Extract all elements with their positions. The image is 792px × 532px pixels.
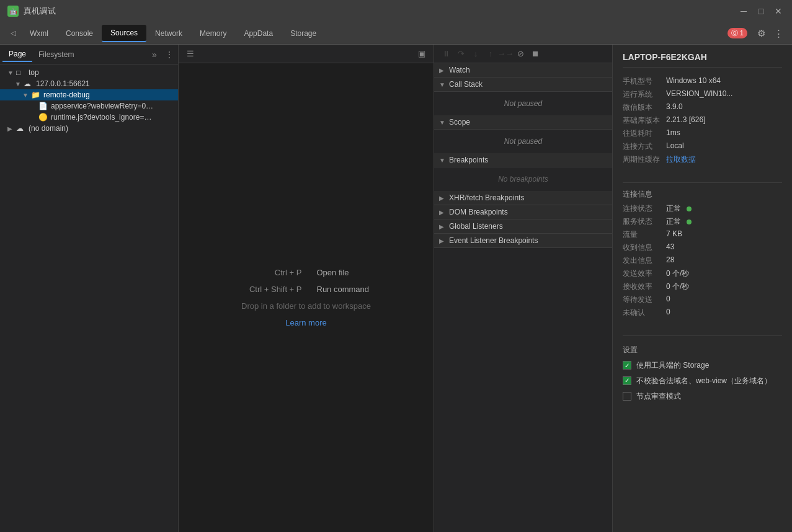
- tree-item-remote-debug[interactable]: ▼ 📁 remote-debug: [0, 89, 178, 100]
- breakpoints-header[interactable]: ▼ Breakpoints: [434, 153, 612, 167]
- label-sent: 发出信息: [623, 255, 666, 266]
- tab-network[interactable]: Network: [146, 25, 191, 42]
- toggle-sidebar-button[interactable]: ☰: [184, 47, 197, 61]
- checkbox-use-storage[interactable]: ✓: [623, 361, 631, 370]
- scope-content: Not paused: [434, 130, 612, 153]
- tab-console[interactable]: Console: [57, 25, 102, 42]
- dom-arrow: ▶: [439, 209, 445, 216]
- breakpoints-empty: No breakpoints: [434, 171, 612, 187]
- info-row-device: 手机型号 Windows 10 x64: [623, 76, 782, 87]
- call-stack-header[interactable]: ▼ Call Stack: [434, 78, 612, 92]
- tab-page[interactable]: Page: [2, 47, 32, 62]
- step-button[interactable]: →→: [499, 47, 512, 61]
- minimize-button[interactable]: ─: [737, 5, 750, 17]
- editor-content: Ctrl + P Open file Ctrl + Shift + P Run …: [179, 63, 434, 532]
- shortcut-action-2: Run command: [317, 285, 391, 294]
- panel-chevron-more[interactable]: »: [148, 48, 161, 61]
- tree-label-127: 127.0.0.1:56621: [36, 79, 90, 88]
- shortcut-action-1: Open file: [317, 268, 391, 277]
- label-send-rate: 发送效率: [623, 268, 666, 279]
- shortcut-key-1: Ctrl + P: [221, 268, 302, 277]
- tree-arrow-remote-debug: ▼: [22, 92, 31, 99]
- label-use-storage: 使用工具端的 Storage: [636, 360, 709, 371]
- tree-item-nodomain[interactable]: ▶ ☁ (no domain): [0, 123, 178, 134]
- step-out-button[interactable]: ↑: [484, 47, 497, 61]
- info-row-cache: 周期性缓存 拉取数据: [623, 154, 782, 165]
- tab-sources[interactable]: Sources: [102, 25, 146, 42]
- watch-section-header[interactable]: ▶ Watch: [434, 63, 612, 78]
- label-traffic: 流量: [623, 229, 666, 240]
- left-panel: Page Filesystem » ⋮ ▼ □ top ▼ ☁ 127.0.0.…: [0, 45, 179, 532]
- toggle-debugger-button[interactable]: ▣: [415, 47, 429, 61]
- tree-item-appservice[interactable]: 📄 appservice?webviewRetry=0…: [0, 100, 178, 112]
- tree-label-nodomain: (no domain): [29, 124, 68, 133]
- more-options-button[interactable]: ⋮: [770, 25, 787, 42]
- deactivate-breakpoints-button[interactable]: ⊘: [514, 47, 527, 61]
- info-row-service-status: 服务状态 正常: [623, 216, 782, 227]
- tree-item-top[interactable]: ▼ □ top: [0, 67, 178, 78]
- tree-arrow-top: ▼: [7, 69, 16, 76]
- checkmark-no-domain-check: ✓: [625, 377, 630, 384]
- editor-toolbar-right: ▣: [415, 47, 429, 61]
- label-response: 往返耗时: [623, 128, 666, 139]
- checkbox-no-domain-check[interactable]: ✓: [623, 376, 631, 385]
- breakpoints-arrow: ▼: [439, 157, 445, 164]
- drop-text: Drop in a folder to add to workspace: [241, 301, 371, 311]
- scope-header[interactable]: ▼ Scope: [434, 115, 612, 130]
- label-received: 收到信息: [623, 242, 666, 253]
- tree-item-runtime[interactable]: 🟡 runtime.js?devtools_ignore=…: [0, 112, 178, 123]
- call-stack-content: Not paused: [434, 92, 612, 115]
- global-listeners-header[interactable]: ▶ Global Listeners: [434, 219, 612, 234]
- watch-title: Watch: [449, 66, 470, 74]
- close-button[interactable]: ✕: [772, 5, 785, 17]
- titlebar: 🤖 真机调试 ─ □ ✕: [0, 0, 792, 22]
- tab-storage[interactable]: Storage: [282, 25, 325, 42]
- tab-memory[interactable]: Memory: [191, 25, 235, 42]
- nav-back-button[interactable]: ◁: [5, 25, 21, 42]
- label-os: 运行系统: [623, 89, 666, 100]
- value-send-rate: 0 个/秒: [666, 268, 782, 279]
- tab-wxml[interactable]: Wxml: [21, 25, 57, 42]
- info-row-receive-rate: 接收效率 0 个/秒: [623, 282, 782, 292]
- shortcut-row-2: Ctrl + Shift + P Run command: [221, 285, 391, 294]
- info-panel: LAPTOP-F6E2KGAH 手机型号 Windows 10 x64 运行系统…: [612, 45, 792, 532]
- tree-label-appservice: appservice?webviewRetry=0…: [51, 102, 153, 110]
- settings-button[interactable]: ⚙: [752, 25, 770, 42]
- label-node-inspect: 节点审查模式: [636, 391, 681, 402]
- panel-more-button[interactable]: ⋮: [163, 48, 176, 61]
- event-listeners-header[interactable]: ▶ Event Listener Breakpoints: [434, 234, 612, 248]
- service-status-dot: [687, 219, 692, 224]
- tree-label-runtime: runtime.js?devtools_ignore=…: [51, 113, 151, 122]
- info-row-base: 基础库版本 2.21.3 [626]: [623, 115, 782, 126]
- label-device: 手机型号: [623, 76, 666, 87]
- tree-item-127[interactable]: ▼ ☁ 127.0.0.1:56621: [0, 78, 178, 89]
- window-controls[interactable]: ─ □ ✕: [737, 5, 785, 17]
- pause-button[interactable]: ⏸: [439, 47, 453, 61]
- main-container: Page Filesystem » ⋮ ▼ □ top ▼ ☁ 127.0.0.…: [0, 45, 792, 532]
- event-arrow: ▶: [439, 237, 445, 244]
- checkbox-node-inspect[interactable]: [623, 392, 631, 401]
- xhr-breakpoints-header[interactable]: ▶ XHR/fetch Breakpoints: [434, 191, 612, 205]
- call-stack-title: Call Stack: [449, 80, 483, 89]
- device-name: LAPTOP-F6E2KGAH: [623, 52, 782, 68]
- value-cache[interactable]: 拉取数据: [666, 154, 782, 165]
- step-over-button[interactable]: ↷: [454, 47, 468, 61]
- info-row-sent: 发出信息 28: [623, 255, 782, 266]
- xhr-title: XHR/fetch Breakpoints: [449, 193, 524, 202]
- learn-more-link[interactable]: Learn more: [285, 318, 326, 327]
- tab-appdata[interactable]: AppData: [235, 25, 282, 42]
- global-arrow: ▶: [439, 223, 445, 230]
- app-title: 真机调试: [24, 6, 737, 17]
- pause-exceptions-button[interactable]: ⏹: [528, 47, 542, 61]
- step-into-button[interactable]: ↓: [469, 47, 483, 61]
- dom-breakpoints-header[interactable]: ▶ DOM Breakpoints: [434, 205, 612, 219]
- info-row-os: 运行系统 VERSION_WIN10...: [623, 89, 782, 100]
- connection-info-section: 连接信息 连接状态 正常 服务状态 正常 流量 7 KB 收到信息: [623, 189, 782, 321]
- maximize-button[interactable]: □: [755, 5, 767, 17]
- tab-filesystem[interactable]: Filesystem: [32, 48, 80, 61]
- settings-title: 设置: [623, 345, 782, 355]
- app-icon: 🤖: [7, 6, 19, 17]
- tree-label-remote-debug: remote-debug: [43, 91, 90, 99]
- shortcut-row-1: Ctrl + P Open file: [221, 268, 391, 277]
- error-badge[interactable]: ⓪ 1: [727, 28, 747, 38]
